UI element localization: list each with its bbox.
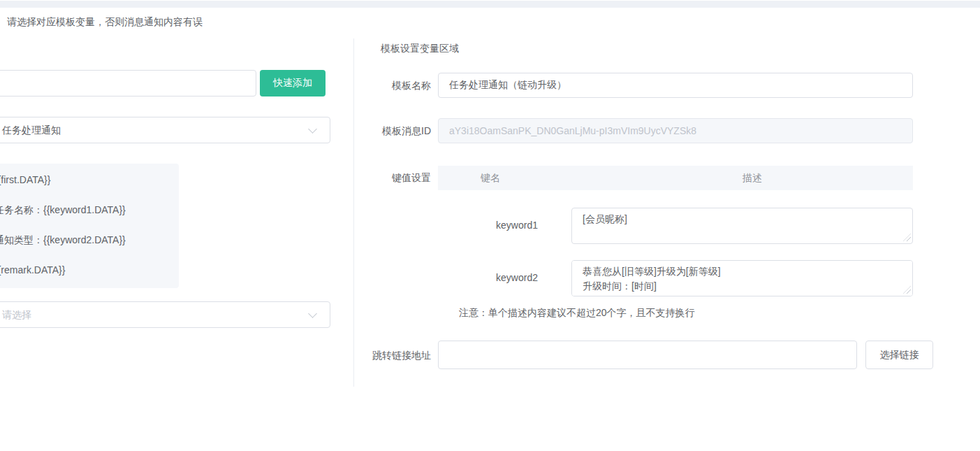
template-select-value: 任务处理通知 xyxy=(2,124,61,137)
kv-row-desc-wrap: [会员昵称] xyxy=(571,208,913,244)
top-bar xyxy=(0,1,980,8)
template-config-page: 请选择对应模板变量，否则消息通知内容有误 快速添加 任务处理通知 {{first… xyxy=(0,0,980,451)
kv-table-header: 键名 描述 xyxy=(438,166,913,190)
chevron-down-icon xyxy=(308,124,317,134)
quick-add-button[interactable]: 快速添加 xyxy=(260,70,326,96)
section-title: 模板设置变量区域 xyxy=(381,43,459,55)
kv-column-desc-header: 描述 xyxy=(648,166,857,190)
secondary-select-placeholder: 请选择 xyxy=(2,309,31,322)
secondary-select[interactable]: 请选择 xyxy=(0,301,330,328)
warning-text: 请选择对应模板变量，否则消息通知内容有误 xyxy=(7,16,203,29)
template-msg-id-label: 模板消息ID xyxy=(328,125,431,138)
keyword1-desc-textarea[interactable]: [会员昵称] xyxy=(571,208,913,244)
keyword2-desc-textarea[interactable]: 恭喜您从[旧等级]升级为[新等级] 升级时间：[时间] xyxy=(571,260,913,296)
kv-column-key-header: 键名 xyxy=(438,166,543,190)
template-preview-box: {{first.DATA}} 任务名称：{{keyword1.DATA}} 通知… xyxy=(0,164,179,288)
preview-line-first: {{first.DATA}} xyxy=(0,174,165,185)
template-select[interactable]: 任务处理通知 xyxy=(0,117,330,143)
quick-add-input[interactable] xyxy=(0,70,256,96)
kv-row-key-keyword1: keyword1 xyxy=(458,220,576,231)
choose-link-button[interactable]: 选择链接 xyxy=(865,341,933,369)
jump-link-input[interactable] xyxy=(438,341,857,369)
kv-note-text: 注意：单个描述内容建议不超过20个字，且不支持换行 xyxy=(459,307,695,320)
preview-line-remark: {{remark.DATA}} xyxy=(0,264,165,275)
preview-line-keyword2: 通知类型：{{keyword2.DATA}} xyxy=(0,234,165,245)
kv-row-desc-wrap: 恭喜您从[旧等级]升级为[新等级] 升级时间：[时间] xyxy=(571,260,913,296)
kv-settings-label: 键值设置 xyxy=(328,172,431,185)
template-name-input[interactable] xyxy=(438,73,913,98)
kv-row-key-keyword2: keyword2 xyxy=(458,272,576,283)
template-msg-id-input xyxy=(438,118,913,143)
chevron-down-icon xyxy=(308,309,317,318)
jump-link-label: 跳转链接地址 xyxy=(328,350,431,362)
preview-line-keyword1: 任务名称：{{keyword1.DATA}} xyxy=(0,204,165,215)
template-name-label: 模板名称 xyxy=(328,80,431,92)
